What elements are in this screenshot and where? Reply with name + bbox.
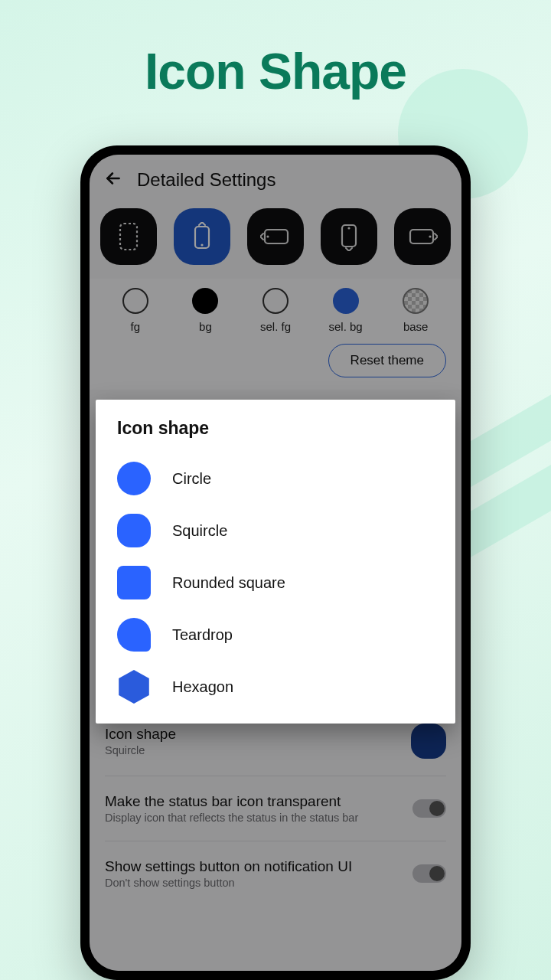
option-label: Hexagon bbox=[172, 678, 233, 696]
option-label: Teardrop bbox=[172, 626, 233, 644]
option-squircle[interactable]: Squircle bbox=[117, 505, 434, 557]
option-circle[interactable]: Circle bbox=[117, 452, 434, 505]
option-label: Circle bbox=[172, 470, 211, 488]
teardrop-icon bbox=[117, 618, 151, 652]
phone-screen: Detailed Settings bbox=[90, 155, 461, 971]
circle-icon bbox=[117, 462, 151, 495]
phone-frame: Detailed Settings bbox=[80, 145, 471, 980]
option-teardrop[interactable]: Teardrop bbox=[117, 609, 434, 661]
icon-shape-dialog: Icon shape Circle Squircle Rounded squar… bbox=[96, 400, 455, 724]
dialog-title: Icon shape bbox=[117, 418, 434, 439]
option-rounded-square[interactable]: Rounded square bbox=[117, 557, 434, 609]
option-label: Rounded square bbox=[172, 574, 285, 592]
option-hexagon[interactable]: Hexagon bbox=[117, 661, 434, 713]
option-label: Squircle bbox=[172, 522, 227, 540]
rounded-square-icon bbox=[117, 566, 151, 599]
squircle-icon bbox=[117, 514, 151, 547]
hexagon-icon bbox=[117, 670, 151, 704]
